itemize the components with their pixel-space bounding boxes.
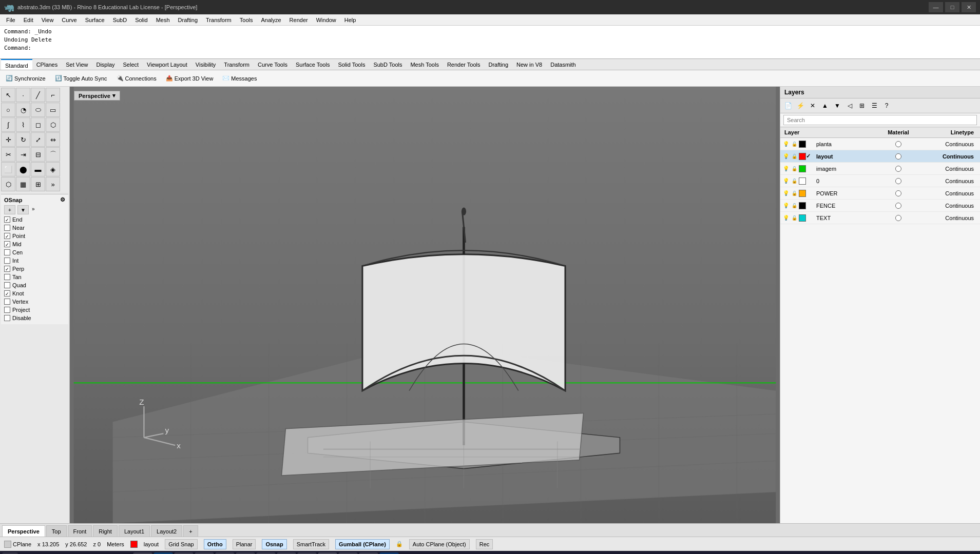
layer-down-btn[interactable]: ▼ [832,100,843,111]
layer-visibility-icon[interactable]: 💡 [782,141,790,148]
close-button[interactable]: ✕ [962,2,976,12]
menu-item-surface[interactable]: Surface [81,14,109,26]
offset-tool[interactable]: ⊟ [31,147,45,162]
osnap-item-vertex[interactable]: Vertex [4,298,65,306]
toolbar-tab-subd-tools[interactable]: SubD Tools [369,59,406,70]
toolbar-tab-new-in-v8[interactable]: New in V8 [512,59,546,70]
toolbar-tab-datasmith[interactable]: Datasmith [546,59,580,70]
osnap-checkbox-disable[interactable] [4,315,10,321]
osnap-item-tan[interactable]: Tan [4,273,65,281]
arc-tool[interactable]: ◔ [16,103,30,117]
layer-material[interactable] [875,141,921,147]
menu-item-edit[interactable]: Edit [20,14,37,26]
toolbar-tab-cplanes[interactable]: CPlanes [32,59,62,70]
osnap-item-end[interactable]: End [4,215,65,224]
layer-row[interactable]: 💡🔓✓layoutContinuous [780,150,980,163]
layer-row[interactable]: 💡🔓FENCEContinuous [780,200,980,212]
layer-material[interactable] [875,203,921,209]
autosync-button[interactable]: 🔃 Toggle Auto Sync [51,72,111,85]
menu-item-mesh[interactable]: Mesh [152,14,174,26]
toolbar-tab-visibility[interactable]: Visibility [191,59,220,70]
smarttrack-button[interactable]: SmartTrack [293,539,329,549]
toolbar-tab-viewport-layout[interactable]: Viewport Layout [143,59,191,70]
osnap-checkbox-int[interactable] [4,258,10,264]
cylinder-tool[interactable]: ▬ [31,162,45,176]
ortho-button[interactable]: Ortho [204,539,226,549]
toolbar-tab-solid-tools[interactable]: Solid Tools [334,59,369,70]
toolbar-tab-render-tools[interactable]: Render Tools [443,59,485,70]
menu-item-drafting[interactable]: Drafting [174,14,202,26]
layer-row[interactable]: 💡🔓TEXTContinuous [780,212,980,224]
layer-material[interactable] [875,178,921,184]
toolbar-tab-curve-tools[interactable]: Curve Tools [254,59,292,70]
more-tool[interactable]: » [46,177,60,191]
osnap-add-btn[interactable]: + [4,205,15,214]
layer-material[interactable] [875,166,921,172]
menu-item-tools[interactable]: Tools [236,14,257,26]
layer-material[interactable] [875,153,921,160]
layer-lock-icon[interactable]: 🔓 [791,165,798,172]
menu-item-file[interactable]: File [2,14,20,26]
select-tool[interactable]: ↖ [1,88,15,102]
osnap-checkbox-point[interactable] [4,233,10,239]
rotate-tool[interactable]: ↻ [16,132,30,147]
connections-button[interactable]: 🔌 Connections [113,72,160,85]
layer-visibility-icon[interactable]: 💡 [782,202,790,209]
circle-tool[interactable]: ○ [1,103,15,117]
mesh-tool[interactable]: ▦ [16,177,30,191]
extrude-tool[interactable]: ⬡ [46,117,60,132]
layer-visibility-icon[interactable]: 💡 [782,214,790,222]
osnap-settings-icon[interactable]: ⚙ [60,196,65,203]
toolbar-tab-display[interactable]: Display [92,59,119,70]
toolbar-tab-set-view[interactable]: Set View [62,59,92,70]
menu-item-curve[interactable]: Curve [57,14,81,26]
osnap-checkbox-perp[interactable] [4,266,10,272]
viewport[interactable]: Perspective ▾ [70,87,780,523]
menu-item-render[interactable]: Render [285,14,312,26]
ellipse-tool[interactable]: ⬭ [31,103,45,117]
layer-color-swatch[interactable] [799,202,806,209]
layer-lock-icon[interactable]: 🔓 [791,214,798,222]
viewport-label-button[interactable]: Perspective ▾ [74,91,120,101]
curve-tool[interactable]: ∫ [1,117,15,132]
osnap-checkbox-tan[interactable] [4,274,10,280]
osnap-checkbox-knot[interactable] [4,290,10,296]
polyline-tool[interactable]: ⌐ [46,88,60,102]
layer-filter-btn[interactable]: ⚡ [795,100,806,111]
osnap-checkbox-mid[interactable] [4,241,10,247]
layout-tool[interactable]: ⊞ [31,177,45,191]
osnap-checkbox-end[interactable] [4,216,10,223]
menu-item-window[interactable]: Window [312,14,340,26]
layer-delete-btn[interactable]: ✕ [807,100,818,111]
layer-color-swatch[interactable] [799,153,806,160]
messages-button[interactable]: ✉️ Messages [219,72,260,85]
gumball-button[interactable]: Gumball (CPlane) [335,539,390,549]
minimize-button[interactable]: — [929,2,943,12]
layer-row[interactable]: 💡🔓plantaContinuous [780,138,980,150]
menu-item-help[interactable]: Help [340,14,360,26]
toolbar-tab-surface-tools[interactable]: Surface Tools [292,59,334,70]
box-tool[interactable]: ⬜ [1,162,15,176]
viewport-tab-perspective[interactable]: Perspective [2,525,45,537]
menu-item-view[interactable]: View [37,14,58,26]
osnap-item-knot[interactable]: Knot [4,289,65,298]
layer-visibility-icon[interactable]: 💡 [782,190,790,197]
osnap-button[interactable]: Osnap [262,539,286,549]
toolbar-tab-drafting[interactable]: Drafting [485,59,513,70]
osnap-item-near[interactable]: Near [4,224,65,232]
layer-row[interactable]: 💡🔓0Continuous [780,175,980,187]
osnap-checkbox-near[interactable] [4,225,10,231]
synchronize-button[interactable]: 🔄 Synchronize [2,72,49,85]
layer-visibility-icon[interactable]: 💡 [782,165,790,172]
layer-color-swatch[interactable] [799,165,806,172]
menu-item-analyze[interactable]: Analyze [257,14,285,26]
freeform-tool[interactable]: ⌇ [16,117,30,132]
layer-list-btn[interactable]: ☰ [869,100,880,111]
layer-lock-icon[interactable]: 🔓 [791,153,798,160]
mirror-tool[interactable]: ⇔ [46,132,60,147]
line-tool[interactable]: ╱ [31,88,45,102]
point-tool[interactable]: · [16,88,30,102]
layer-expand-btn[interactable]: ◁ [844,100,855,111]
layer-up-btn[interactable]: ▲ [819,100,831,111]
sphere-tool[interactable]: ⬤ [16,162,30,176]
